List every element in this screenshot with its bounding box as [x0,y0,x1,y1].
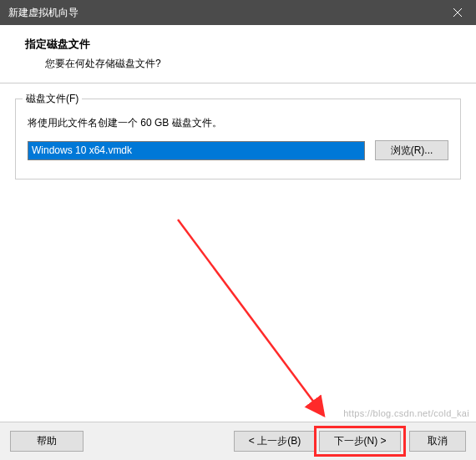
disk-file-input[interactable] [28,141,365,160]
annotation-arrow [174,215,349,432]
close-button[interactable] [438,0,476,25]
watermark: https://blog.csdn.net/cold_kai [343,408,469,418]
back-button[interactable]: < 上一步(B) [234,431,316,452]
help-button[interactable]: 帮助 [10,431,84,452]
content-area: 磁盘文件(F) 将使用此文件名创建一个 60 GB 磁盘文件。 浏览(R)... [0,83,476,179]
next-button-highlight: 下一步(N) > [319,431,401,452]
cancel-button[interactable]: 取消 [409,431,466,452]
page-title: 指定磁盘文件 [25,37,459,52]
titlebar: 新建虚拟机向导 [0,0,476,25]
window-title: 新建虚拟机向导 [8,6,78,20]
page-subtitle: 您要在何处存储磁盘文件? [45,57,459,71]
svg-line-2 [178,220,324,416]
fieldset-legend: 磁盘文件(F) [23,92,82,106]
footer-buttons: 帮助 < 上一步(B) 下一步(N) > 取消 [0,422,476,460]
disk-file-fieldset: 磁盘文件(F) 将使用此文件名创建一个 60 GB 磁盘文件。 浏览(R)... [15,99,461,179]
file-input-row: 浏览(R)... [28,140,448,160]
wizard-header: 指定磁盘文件 您要在何处存储磁盘文件? [0,25,476,83]
browse-button[interactable]: 浏览(R)... [375,140,448,160]
close-icon [453,8,462,17]
fieldset-description: 将使用此文件名创建一个 60 GB 磁盘文件。 [28,116,448,130]
next-button[interactable]: 下一步(N) > [319,431,401,452]
